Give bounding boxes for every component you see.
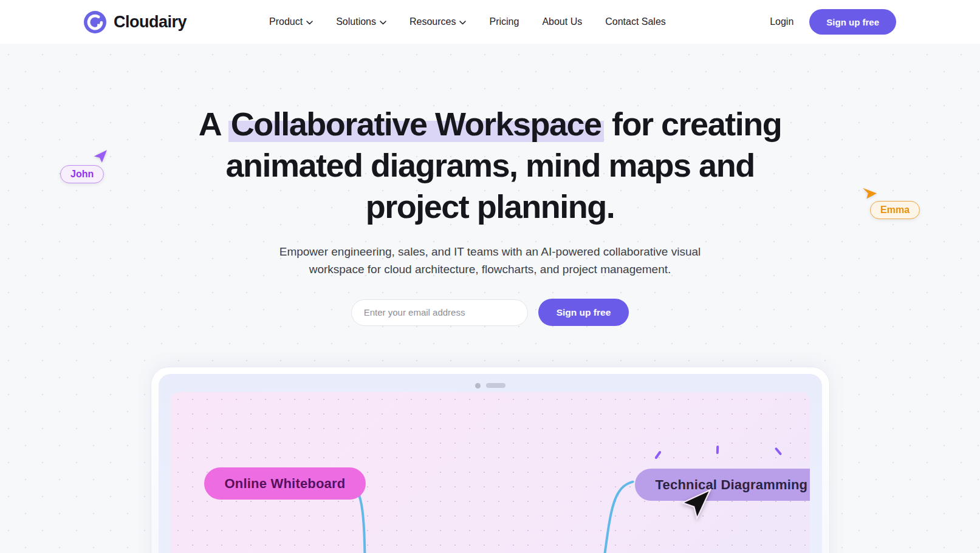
nav-label: Pricing [489,16,519,27]
chevron-down-icon [306,21,313,25]
camera-bar [486,383,505,388]
chevron-down-icon [380,21,386,25]
cursor-name-badge: John [60,165,104,183]
whiteboard-canvas[interactable]: Online Whiteboard Technical Diagramming [171,392,810,553]
heading-line3: project planning. [366,188,615,225]
heading-post: for creating [604,106,782,142]
node-technical-diagramming[interactable]: Technical Diagramming [635,469,810,501]
chevron-down-icon [459,21,466,25]
nav-item-contact-sales[interactable]: Contact Sales [605,16,666,27]
login-link[interactable]: Login [770,16,793,27]
nav-label: Resources [409,16,456,27]
subtitle-line1: Empower engineering, sales, and IT teams… [279,245,701,258]
main-nav: Product Solutions Resources Pricing Abou… [269,16,666,27]
cursor-arrow-icon [92,149,108,164]
nav-item-about-us[interactable]: About Us [542,16,582,27]
hero-subtitle: Empower engineering, sales, and IT teams… [0,243,980,278]
nav-label: Contact Sales [605,16,666,27]
signup-button-header[interactable]: Sign up free [809,9,896,35]
pointer-cursor-icon [680,488,711,520]
collaborator-cursor-john: John [60,149,108,183]
nav-label: Product [269,16,303,27]
nav-item-solutions[interactable]: Solutions [336,16,386,27]
product-preview-frame: Online Whiteboard Technical Diagramming [151,367,830,553]
cursor-arrow-icon [862,186,878,200]
cloudairy-logo-icon [84,11,106,33]
hero-heading: A Collaborative Workspace for creating a… [0,103,980,227]
subtitle-line2: workspace for cloud architecture, flowch… [309,263,671,276]
camera-dot [475,383,481,388]
hero-section: A Collaborative Workspace for creating a… [0,44,980,326]
cursor-name-badge: Emma [870,201,920,219]
header-actions: Login Sign up free [770,9,896,35]
nav-item-pricing[interactable]: Pricing [489,16,519,27]
brand-name: Cloudairy [114,13,187,32]
sparkle-dash-icon [716,446,718,454]
node-online-whiteboard[interactable]: Online Whiteboard [204,467,366,500]
collaborator-cursor-emma: Emma [862,186,920,219]
nav-label: About Us [542,16,582,27]
nav-item-product[interactable]: Product [269,16,313,27]
nav-item-resources[interactable]: Resources [409,16,466,27]
email-input[interactable] [351,299,528,326]
signup-form: Sign up free [0,299,980,326]
nav-label: Solutions [336,16,376,27]
heading-highlighted-text: Collaborative Workspace [228,106,604,142]
heading-pre: A [199,106,228,142]
signup-button-hero[interactable]: Sign up free [538,299,629,326]
heading-line2: animated diagrams, mind maps and [225,147,754,183]
device-camera-row [171,379,810,392]
brand-logo[interactable]: Cloudairy [84,11,187,33]
device-bezel: Online Whiteboard Technical Diagramming [159,374,822,553]
top-navigation-bar: Cloudairy Product Solutions Resources Pr… [0,0,980,44]
